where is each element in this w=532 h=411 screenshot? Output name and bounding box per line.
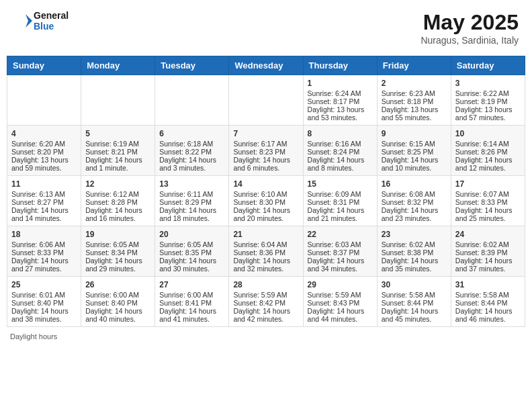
day-number: 21 [233,230,298,239]
day-number: 19 [85,230,150,239]
page-header: General Blue May 2025 Nuragus, Sardinia,… [7,7,525,49]
logo-chevron-icon [13,11,34,31]
sunset: Sunset: 8:34 PM [85,248,138,257]
logo-blue-text: Blue [34,21,69,32]
sunrise: Sunrise: 6:10 AM [233,190,287,198]
sunrise: Sunrise: 6:00 AM [85,291,139,299]
calendar-day-header: Wednesday [229,56,303,75]
sunrise: Sunrise: 6:08 AM [382,190,435,198]
day-number: 23 [382,230,447,239]
sunrise: Sunrise: 6:15 AM [382,140,435,148]
daylight: Daylight: 13 hours and 53 minutes. [308,105,365,122]
sunrise: Sunrise: 6:05 AM [159,240,213,248]
sunset: Sunset: 8:39 PM [455,248,508,257]
calendar-cell: 5 Sunrise: 6:19 AM Sunset: 8:21 PM Dayli… [81,126,155,176]
daylight: Daylight: 14 hours and 23 minutes. [382,206,439,222]
sunrise: Sunrise: 6:06 AM [11,240,65,248]
calendar-cell: 16 Sunrise: 6:08 AM Sunset: 8:32 PM Dayl… [377,176,451,226]
day-number: 27 [159,280,224,289]
day-number: 4 [11,129,77,138]
day-number: 20 [159,230,224,239]
sunset: Sunset: 8:25 PM [382,148,434,156]
sunset: Sunset: 8:42 PM [233,299,285,307]
calendar-cell: 9 Sunrise: 6:15 AM Sunset: 8:25 PM Dayli… [377,126,451,176]
calendar-cell: 30 Sunrise: 5:58 AM Sunset: 8:44 PM Dayl… [377,277,451,327]
daylight: Daylight: 14 hours and 41 minutes. [159,307,216,323]
calendar-cell: 17 Sunrise: 6:07 AM Sunset: 8:33 PM Dayl… [451,176,525,226]
calendar-cell: 11 Sunrise: 6:13 AM Sunset: 8:27 PM Dayl… [7,176,81,226]
day-number: 17 [455,179,521,189]
daylight-hours-label: Daylight hours [10,332,57,340]
sunrise: Sunrise: 6:23 AM [382,89,435,97]
daylight: Daylight: 14 hours and 14 minutes. [11,206,69,222]
calendar-table: SundayMondayTuesdayWednesdayThursdayFrid… [7,56,525,327]
calendar-cell: 21 Sunrise: 6:04 AM Sunset: 8:36 PM Dayl… [229,226,303,277]
calendar-cell: 18 Sunrise: 6:06 AM Sunset: 8:33 PM Dayl… [7,226,81,277]
sunrise: Sunrise: 6:20 AM [11,140,65,148]
calendar-week-row: 11 Sunrise: 6:13 AM Sunset: 8:27 PM Dayl… [7,176,525,226]
sunset: Sunset: 8:44 PM [455,299,508,307]
daylight: Daylight: 14 hours and 45 minutes. [382,307,439,323]
calendar-cell: 1 Sunrise: 6:24 AM Sunset: 8:17 PM Dayli… [303,75,377,126]
daylight: Daylight: 14 hours and 46 minutes. [455,307,513,323]
calendar-week-row: 18 Sunrise: 6:06 AM Sunset: 8:33 PM Dayl… [7,226,525,277]
day-number: 22 [308,230,373,239]
calendar-cell: 29 Sunrise: 5:59 AM Sunset: 8:43 PM Dayl… [303,277,377,327]
calendar-week-row: 25 Sunrise: 6:01 AM Sunset: 8:40 PM Dayl… [7,277,525,327]
daylight: Daylight: 14 hours and 34 minutes. [308,257,365,273]
sunrise: Sunrise: 6:19 AM [85,140,139,148]
sunset: Sunset: 8:29 PM [159,198,212,206]
daylight: Daylight: 14 hours and 8 minutes. [308,156,365,172]
daylight: Daylight: 13 hours and 55 minutes. [382,105,439,122]
day-number: 31 [455,280,521,289]
day-number: 18 [11,230,77,239]
calendar-day-header: Monday [81,56,155,75]
sunrise: Sunrise: 6:03 AM [308,240,361,248]
calendar-cell: 7 Sunrise: 6:17 AM Sunset: 8:23 PM Dayli… [229,126,303,176]
calendar-cell: 25 Sunrise: 6:01 AM Sunset: 8:40 PM Dayl… [7,277,81,327]
sunrise: Sunrise: 6:18 AM [159,140,213,148]
calendar-day-header: Sunday [7,56,81,75]
sunrise: Sunrise: 6:04 AM [233,240,287,248]
day-number: 11 [11,179,77,189]
sunset: Sunset: 8:18 PM [382,97,434,105]
sunrise: Sunrise: 6:01 AM [11,291,65,299]
calendar-cell [7,75,81,126]
sunset: Sunset: 8:26 PM [455,148,508,156]
sunset: Sunset: 8:36 PM [233,248,285,257]
daylight: Daylight: 14 hours and 20 minutes. [233,206,290,222]
day-number: 7 [233,129,298,138]
calendar-cell [81,75,155,126]
sunset: Sunset: 8:24 PM [308,148,360,156]
sunset: Sunset: 8:30 PM [233,198,285,206]
day-number: 10 [455,129,521,138]
footer: Daylight hours [7,332,525,340]
daylight: Daylight: 14 hours and 16 minutes. [85,206,142,222]
day-number: 13 [159,179,224,189]
sunrise: Sunrise: 6:24 AM [308,89,361,97]
daylight: Daylight: 14 hours and 42 minutes. [233,307,290,323]
calendar-cell: 28 Sunrise: 5:59 AM Sunset: 8:42 PM Dayl… [229,277,303,327]
logo-container: General Blue [13,10,69,32]
calendar-cell: 6 Sunrise: 6:18 AM Sunset: 8:22 PM Dayli… [155,126,229,176]
sunset: Sunset: 8:22 PM [159,148,212,156]
day-number: 15 [308,179,373,189]
calendar-cell: 13 Sunrise: 6:11 AM Sunset: 8:29 PM Dayl… [155,176,229,226]
sunset: Sunset: 8:41 PM [159,299,212,307]
calendar-cell [229,75,303,126]
calendar-cell: 19 Sunrise: 6:05 AM Sunset: 8:34 PM Dayl… [81,226,155,277]
sunset: Sunset: 8:20 PM [11,148,64,156]
calendar-cell: 4 Sunrise: 6:20 AM Sunset: 8:20 PM Dayli… [7,126,81,176]
daylight: Daylight: 13 hours and 59 minutes. [11,156,69,172]
daylight: Daylight: 14 hours and 10 minutes. [382,156,439,172]
daylight: Daylight: 14 hours and 29 minutes. [85,257,142,273]
day-number: 2 [382,79,447,88]
location-subtitle: Nuragus, Sardinia, Italy [420,35,519,46]
calendar-week-row: 4 Sunrise: 6:20 AM Sunset: 8:20 PM Dayli… [7,126,525,176]
day-number: 8 [308,129,373,138]
calendar-cell: 12 Sunrise: 6:12 AM Sunset: 8:28 PM Dayl… [81,176,155,226]
daylight: Daylight: 14 hours and 44 minutes. [308,307,365,323]
daylight: Daylight: 14 hours and 37 minutes. [455,257,513,273]
sunrise: Sunrise: 6:09 AM [308,190,361,198]
calendar-cell: 24 Sunrise: 6:02 AM Sunset: 8:39 PM Dayl… [451,226,525,277]
